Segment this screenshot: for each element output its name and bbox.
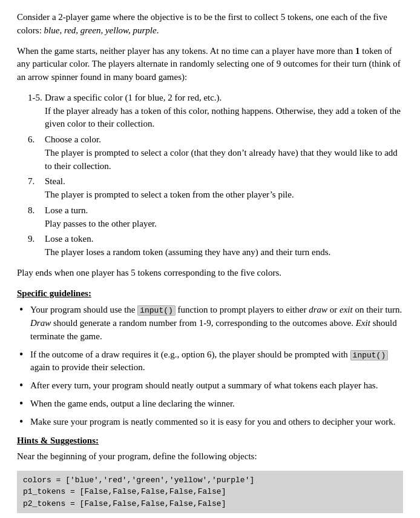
- bullet-icon-3: •: [17, 379, 30, 393]
- code-input-1: input(): [137, 305, 176, 316]
- bullet-icon-2: •: [17, 348, 30, 362]
- guideline-5-content: Make sure your program is neatly comment…: [30, 416, 403, 429]
- hints-intro: Near the beginning of your program, defi…: [17, 450, 403, 463]
- hints-title: Hints & Suggestions:: [17, 434, 403, 448]
- bullet-icon-4: •: [17, 397, 30, 411]
- page-content: Consider a 2-player game where the objec…: [17, 11, 403, 518]
- outcome-8-main: Lose a turn.: [45, 204, 403, 217]
- outcome-8-content: Lose a turn. Play passes to the other pl…: [45, 204, 403, 231]
- outcome-1-5-content: Draw a specific color (1 for blue, 2 for…: [45, 91, 403, 131]
- guidelines-title: Specific guidelines:: [17, 287, 403, 301]
- outcome-7-content: Steal. The player is prompted to select …: [45, 175, 403, 202]
- code-line-1: colors = ['blue','red','green','yellow',…: [23, 474, 397, 486]
- outcome-7-main: Steal.: [45, 175, 403, 188]
- outcome-6-main: Choose a color.: [45, 133, 403, 147]
- guideline-4-content: When the game ends, output a line declar…: [30, 397, 403, 411]
- outcome-1-5-sub: If the player already has a token of thi…: [45, 105, 403, 131]
- guideline-2-content: If the outcome of a draw requires it (e.…: [30, 348, 403, 375]
- guideline-bullet-5: • Make sure your program is neatly comme…: [17, 416, 403, 429]
- guideline-bullet-2: • If the outcome of a draw requires it (…: [17, 348, 403, 375]
- outcome-7-num: 7.: [17, 175, 45, 202]
- intro-para1: Consider a 2-player game where the objec…: [17, 11, 403, 38]
- guideline-bullet-4: • When the game ends, output a line decl…: [17, 397, 403, 411]
- play-end: Play ends when one player has 5 tokens c…: [17, 267, 403, 280]
- outcome-6-num: 6.: [17, 133, 45, 173]
- code-line-3: p2_tokens = [False,False,False,False,Fal…: [23, 498, 397, 510]
- intro-para1-end: .: [157, 25, 159, 35]
- outcome-8-num: 8.: [17, 204, 45, 231]
- exit-italic: exit: [340, 305, 353, 314]
- guidelines-section: Specific guidelines: • Your program shou…: [17, 287, 403, 429]
- code-line-2: p1_tokens = [False,False,False,False,Fal…: [23, 486, 397, 498]
- outcome-7: 7. Steal. The player is prompted to sele…: [17, 175, 403, 202]
- hints-code-block: colors = ['blue','red','green','yellow',…: [17, 471, 403, 514]
- outcome-1-5: 1-5. Draw a specific color (1 for blue, …: [17, 91, 403, 131]
- draw-italic: draw: [309, 305, 327, 314]
- outcome-7-sub: The player is prompted to select a token…: [45, 188, 403, 202]
- exit-italic-2: Exit: [356, 318, 370, 328]
- intro-colors: blue, red, green, yellow, purple: [44, 25, 157, 35]
- bullet-icon-1: •: [17, 304, 30, 317]
- outcomes-list: 1-5. Draw a specific color (1 for blue, …: [17, 91, 403, 259]
- outcome-8-sub: Play passes to the other player.: [45, 217, 403, 231]
- outcome-9-num: 9.: [17, 233, 45, 259]
- outcome-9-sub: The player loses a random token (assumin…: [45, 246, 403, 259]
- hints-section: Hints & Suggestions: Near the beginning …: [17, 434, 403, 518]
- outcome-9-main: Lose a token.: [45, 233, 403, 246]
- guidelines-bullets: • Your program should use the input() fu…: [17, 304, 403, 428]
- outcome-1-5-main: Draw a specific color (1 for blue, 2 for…: [45, 91, 403, 105]
- guideline-1-content: Your program should use the input() func…: [30, 304, 403, 343]
- draw-italic-2: Draw: [30, 318, 51, 328]
- outcome-9-content: Lose a token. The player loses a random …: [45, 233, 403, 259]
- bullet-icon-5: •: [17, 416, 30, 429]
- outcome-6: 6. Choose a color. The player is prompte…: [17, 133, 403, 173]
- intro-para2: When the game starts, neither player has…: [17, 45, 403, 84]
- outcome-6-sub: The player is prompted to select a color…: [45, 147, 403, 173]
- outcome-1-5-num: 1-5.: [17, 91, 45, 131]
- guideline-3-content: After every turn, your program should ne…: [30, 379, 403, 393]
- guideline-bullet-3: • After every turn, your program should …: [17, 379, 403, 393]
- outcome-6-content: Choose a color. The player is prompted t…: [45, 133, 403, 173]
- guideline-bullet-1: • Your program should use the input() fu…: [17, 304, 403, 343]
- code-input-2: input(): [350, 350, 389, 360]
- intro-para2-pre: When the game starts, neither player has…: [17, 46, 355, 56]
- outcome-9: 9. Lose a token. The player loses a rand…: [17, 233, 403, 259]
- outcome-8: 8. Lose a turn. Play passes to the other…: [17, 204, 403, 231]
